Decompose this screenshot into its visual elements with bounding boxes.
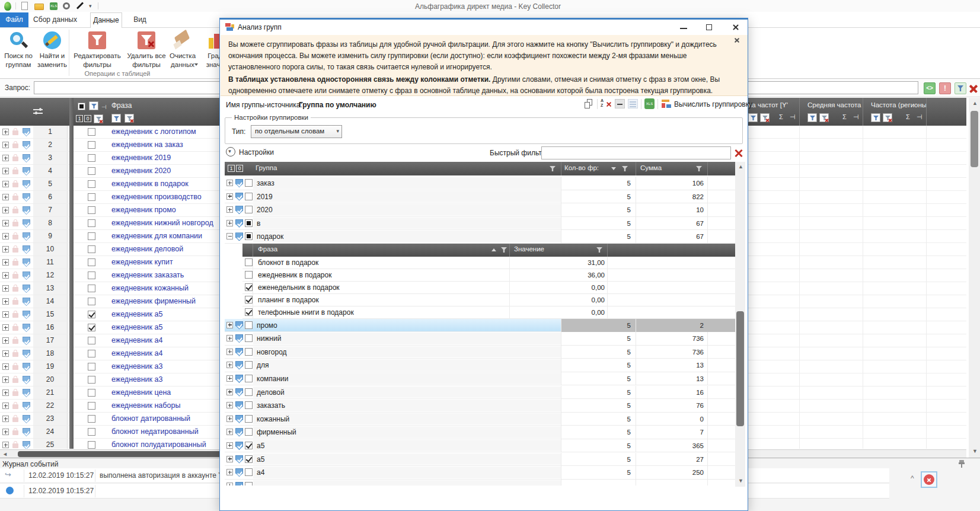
group-row[interactable]: а55365	[225, 439, 736, 453]
sigma-icon[interactable]: Σ	[779, 113, 783, 120]
phrase-filter-button[interactable]	[111, 114, 121, 123]
phrase-checkbox[interactable]	[88, 245, 95, 253]
remove-sorting-icon[interactable]: AZ	[601, 98, 612, 110]
phrase-checkbox[interactable]	[88, 167, 95, 175]
expand-icon[interactable]	[2, 442, 9, 448]
expand-icon[interactable]	[2, 298, 9, 305]
collapse-all-icon[interactable]	[615, 99, 625, 108]
expand-icon[interactable]	[2, 259, 9, 266]
funnel-icon[interactable]	[696, 166, 702, 171]
phrase-cell[interactable]: ежедневник а5	[111, 321, 162, 334]
group-row[interactable]: новгород5736	[225, 346, 736, 359]
scroll-down-icon[interactable]: ▼	[738, 478, 743, 484]
phrase-row[interactable]: еженедельник в подарок0,00	[242, 282, 736, 294]
column-clear-filter-button[interactable]	[819, 113, 829, 122]
frozen-column-splitter[interactable]	[69, 98, 74, 449]
funnel-icon[interactable]	[622, 166, 628, 171]
sum-column-header[interactable]: Сумма	[640, 164, 662, 171]
pin-icon[interactable]: ⊣	[790, 113, 796, 121]
phrase-cell[interactable]: ежедневник а5	[111, 308, 162, 321]
pin-icon[interactable]: ⊣	[853, 113, 859, 121]
group-row[interactable]: нижний5736	[225, 332, 736, 346]
phrase-checkbox[interactable]	[88, 337, 95, 344]
phrase-row[interactable]: телефонные книги в подарок0,00	[242, 306, 736, 319]
expand-icon[interactable]	[226, 233, 233, 239]
clear-quick-filter-button[interactable]	[734, 148, 743, 158]
expand-icon[interactable]	[2, 416, 9, 422]
phrase-checkbox[interactable]	[88, 324, 95, 331]
expand-icon[interactable]	[226, 220, 233, 226]
group-checkbox[interactable]	[245, 442, 253, 449]
expand-icon[interactable]	[226, 416, 233, 422]
expand-icon[interactable]	[226, 483, 233, 486]
phrase-checkbox[interactable]	[88, 206, 95, 214]
column-clear-filter-button[interactable]	[883, 113, 892, 122]
vertical-scrollbar[interactable]: ▲ ▼	[969, 98, 980, 458]
copy-structure-icon[interactable]	[585, 99, 593, 109]
phrase-column-header[interactable]: Фраза	[111, 101, 132, 110]
settings-expander[interactable]: ▾ Настройки	[226, 146, 291, 158]
column-filter-button[interactable]	[807, 113, 817, 122]
ribbon-button-search[interactable]: Поиск погруппам	[2, 30, 34, 76]
filter-checked-button[interactable]	[89, 101, 98, 110]
phrase-cell[interactable]: блокнот датированный	[111, 413, 190, 425]
phrase-checkbox[interactable]	[88, 415, 95, 423]
pushpin-icon[interactable]	[958, 460, 965, 468]
quick-filter-input[interactable]	[541, 146, 731, 159]
mark-zero-button[interactable]: 0	[236, 165, 243, 172]
phrase-checkbox[interactable]	[88, 363, 95, 371]
expand-icon[interactable]	[226, 335, 233, 341]
open-folder-icon[interactable]	[34, 4, 44, 10]
expand-icon[interactable]	[2, 142, 9, 148]
column-filter-button[interactable]	[748, 113, 758, 122]
ribbon-button-replace[interactable]: Найти изаменить	[36, 30, 69, 76]
expand-icon[interactable]	[226, 206, 233, 213]
expand-icon[interactable]	[226, 389, 233, 395]
phrase-clear-filter-button[interactable]	[125, 114, 134, 123]
group-row[interactable]: 2020510	[225, 203, 736, 217]
phrase-cell[interactable]: ежедневник промо	[111, 204, 176, 216]
expand-icon[interactable]	[2, 129, 9, 135]
expand-icon[interactable]	[2, 337, 9, 344]
column-clear-filter-button[interactable]	[760, 113, 770, 122]
minimize-button[interactable]	[673, 20, 694, 35]
phrase-cell[interactable]: ежедневник а3	[111, 373, 162, 386]
scroll-left-icon[interactable]: ◄	[2, 452, 8, 457]
phrase-cell[interactable]: ежедневник а3	[111, 360, 162, 373]
apply-filter-button[interactable]	[955, 82, 966, 94]
expand-icon[interactable]	[2, 363, 9, 370]
expand-icon[interactable]	[226, 469, 233, 475]
phrase-checkbox[interactable]	[88, 285, 95, 292]
tab-view[interactable]: Вид	[127, 12, 153, 27]
pin-icon[interactable]: ⊣	[917, 113, 922, 121]
expand-icon[interactable]	[2, 194, 9, 200]
group-checkbox[interactable]	[245, 428, 253, 436]
phrase-cell[interactable]: ежедневник 2020	[111, 165, 171, 177]
group-checkbox[interactable]	[245, 482, 253, 486]
tab-data-collection[interactable]: Сбор данных	[32, 12, 78, 27]
negative-button[interactable]: !	[939, 82, 951, 94]
scroll-up-icon[interactable]: ▲	[738, 164, 743, 170]
phrase-cell[interactable]: ежедневник производство	[111, 191, 202, 203]
phrase-cell[interactable]: ежедневник цена	[111, 387, 171, 399]
phrase-cell[interactable]: ежедневник а4	[111, 347, 162, 360]
group-row[interactable]: для513	[225, 359, 736, 372]
group-checkbox[interactable]	[245, 206, 253, 213]
expand-icon[interactable]	[226, 429, 233, 435]
maximize-button[interactable]	[699, 20, 719, 35]
group-column-header[interactable]: Группа	[256, 164, 277, 171]
phrase-checkbox[interactable]	[245, 308, 253, 316]
group-row[interactable]: в567	[225, 217, 736, 231]
phrase-checkbox[interactable]	[245, 271, 253, 279]
funnel-icon[interactable]	[550, 166, 556, 171]
phrase-cell[interactable]: ежедневник заказать	[111, 269, 184, 282]
right-column-header[interactable]: Частота (регионыΣ⊣	[863, 98, 926, 126]
phrase-cell[interactable]: ежедневник наборы	[111, 400, 180, 412]
phrase-checkbox[interactable]	[88, 389, 95, 397]
group-checkbox[interactable]	[245, 348, 253, 356]
group-checkbox[interactable]	[245, 321, 253, 329]
tab-data[interactable]: Данные	[90, 12, 122, 28]
group-checkbox[interactable]	[245, 361, 253, 369]
compute-grouping-button[interactable]: Вычислить группировку	[660, 97, 748, 112]
group-checkbox[interactable]	[245, 401, 253, 409]
